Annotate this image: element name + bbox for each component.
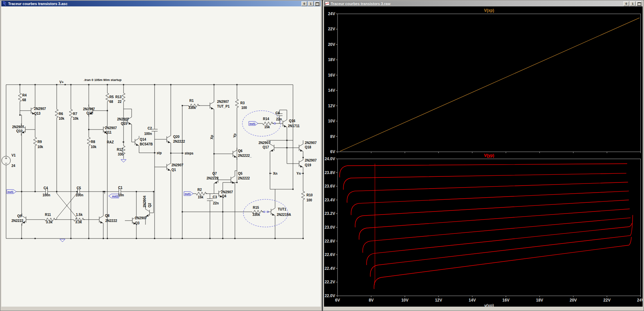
transistor-tut1[interactable] — [268, 206, 275, 218]
transistor-q6[interactable] — [230, 148, 237, 160]
resistor-r14[interactable] — [262, 122, 274, 125]
transistor-q1[interactable] — [163, 161, 171, 173]
minimize-button[interactable]: 0 — [301, 1, 307, 6]
label-c1-val: 10n — [118, 193, 124, 197]
y-tick-label: 22.4V — [325, 266, 335, 271]
waveform-canvas[interactable]: V(xp)24V22V20V18V16V14V12V10V8V6VV(yp)24… — [324, 6, 643, 307]
junction-dots — [20, 85, 303, 238]
plot-title-top[interactable]: V(xp) — [484, 8, 494, 13]
port-out1-topright[interactable]: out1 — [249, 121, 258, 125]
label-r9-val: 10k — [37, 145, 43, 149]
voltage-source-v1[interactable] — [2, 156, 10, 165]
plot-pane-top[interactable] — [338, 14, 641, 152]
spice-directive[interactable]: .tran 0 105m 90m startup — [84, 78, 122, 82]
trace-vyp-curve — [374, 237, 632, 289]
resistor-r2[interactable] — [195, 192, 207, 195]
trace-vyp-curve — [355, 200, 629, 227]
capacitor-c3[interactable] — [207, 199, 213, 201]
net-label-raz[interactable]: RAZ — [107, 140, 114, 144]
minimize-button[interactable]: 0 — [623, 1, 629, 6]
restore-button[interactable]: 1 — [308, 1, 314, 6]
waveform-plots: V(xp)24V22V20V18V16V14V12V10V8V6VV(yp)24… — [324, 6, 643, 307]
transistor-q18[interactable] — [296, 142, 303, 154]
maximize-icon — [638, 2, 641, 6]
net-label-stp[interactable]: stp — [157, 151, 162, 155]
label-r3-val: 100 — [241, 106, 247, 110]
resistor-r8[interactable] — [87, 136, 90, 147]
net-label-xp[interactable]: Xp — [210, 135, 214, 139]
resistor-r10[interactable] — [301, 190, 305, 201]
port-out1-left[interactable]: out1 — [7, 190, 16, 194]
net-label-steps[interactable]: steps — [185, 151, 194, 155]
net-label-yn[interactable]: Yn — [296, 172, 301, 175]
ltspice-app-icon — [2, 1, 7, 6]
resistor-r7[interactable] — [69, 108, 73, 119]
y-tick-label: 22.8V — [325, 239, 335, 244]
net-label-vplus[interactable]: V+ — [59, 80, 64, 84]
transistor-q19[interactable] — [296, 158, 303, 170]
maximize-button[interactable] — [314, 1, 320, 6]
resistor-r6[interactable] — [55, 108, 58, 119]
net-label-xn[interactable]: Xn — [273, 172, 277, 175]
label-r2-ref: R2 — [197, 188, 202, 192]
resistor-r13[interactable] — [122, 92, 125, 103]
schematic-canvas[interactable]: out1 out2 out1 out1 .tran 0 105m 90m sta… — [1, 6, 321, 307]
transistor-q20[interactable] — [163, 133, 171, 145]
resistor-r5[interactable] — [106, 92, 109, 103]
resistor-r4[interactable] — [18, 92, 22, 103]
trace-vyp-retrace — [374, 164, 375, 286]
maximize-button[interactable] — [636, 1, 642, 6]
label-q9-type: 2N2222 — [11, 219, 23, 223]
net-stub-icon[interactable] — [264, 211, 265, 213]
label-q6-ref: Q6 — [238, 149, 243, 153]
label-c5-ref: C5 — [77, 186, 81, 190]
label-c6-ref: C6 — [275, 111, 280, 115]
waveform-titlebar[interactable]: Traceur courbes transistors 3.raw 0 1 — [324, 1, 643, 6]
y-tick-label: 8V — [330, 134, 335, 139]
net-label-yp[interactable]: Yp — [233, 134, 237, 138]
schematic-titlebar[interactable]: Traceur courbes transistors 3.asc 0 1 — [1, 1, 321, 6]
transistor-q8[interactable] — [96, 214, 103, 226]
label-q18-type: 2N2907 — [305, 141, 317, 145]
label-c3-val: 22n — [213, 201, 219, 205]
restore-button[interactable]: 1 — [630, 1, 636, 6]
port-out2[interactable]: out2 — [109, 194, 119, 198]
label-q3-type: 2N2907 — [135, 216, 147, 220]
transistor-q5[interactable] — [227, 174, 235, 186]
capacitor-c2[interactable] — [152, 129, 158, 131]
net-stub-icon[interactable] — [274, 123, 275, 124]
port-out1-mid[interactable]: out1 — [184, 192, 193, 196]
label-r7-ref: R7 — [73, 112, 77, 116]
y-tick-label: 10V — [328, 119, 335, 123]
label-q20-type: 2N2222 — [173, 140, 185, 143]
resistor-r9[interactable] — [33, 136, 37, 147]
trace-vyp-curve — [351, 191, 629, 215]
label-r6-val: 10k — [59, 117, 64, 120]
label-q8-type: 2N2222 — [105, 219, 117, 223]
label-r3-ref: R3 — [240, 101, 245, 105]
plot-title-bottom[interactable]: V(yp) — [484, 153, 494, 158]
label-r1-ref: R1 — [189, 99, 194, 103]
label-q10-type: 2N2907 — [12, 125, 24, 129]
ground-icon[interactable] — [60, 239, 65, 242]
label-r7-val: 10k — [73, 117, 79, 120]
plot-pane-bottom[interactable] — [338, 159, 641, 296]
trace-vxp — [340, 18, 640, 151]
x-tick-label: 20V — [570, 298, 577, 303]
trace-vyp-curve — [347, 182, 628, 203]
x-tick-label: 22V — [603, 298, 611, 303]
y-tick-label: 16V — [328, 73, 335, 78]
trace-vyp-curve — [343, 173, 626, 190]
trace-vyp-curve — [370, 215, 633, 277]
label-c5-val: 100n — [76, 193, 83, 197]
transistor-tut-p1[interactable] — [207, 100, 214, 112]
x-tick-label: 6V — [335, 298, 340, 303]
waveform-window: Traceur courbes transistors 3.raw 0 1 V(… — [323, 0, 644, 311]
x-tick-label: 12V — [435, 298, 442, 303]
resistor-r3[interactable] — [235, 98, 239, 109]
transistor-q17[interactable] — [270, 142, 277, 154]
label-q20-ref: Q20 — [173, 135, 180, 139]
label-q8-ref: Q8 — [105, 214, 110, 218]
transistor-q14[interactable] — [132, 136, 139, 148]
ground-icon[interactable] — [121, 160, 126, 162]
